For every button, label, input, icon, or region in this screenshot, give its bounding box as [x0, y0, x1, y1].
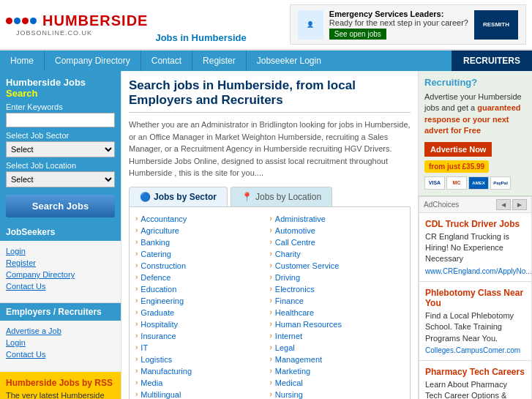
ad-3-text: Learn About Pharmacy Tech Career Options… [425, 379, 525, 399]
ad-2-title[interactable]: Phlebotomy Class Near You [425, 288, 525, 308]
sector-select[interactable]: Select [6, 141, 115, 157]
jobseekers-contact-us[interactable]: Contact Us [6, 280, 115, 292]
list-item[interactable]: ›Medical [270, 377, 405, 389]
list-item[interactable]: ›Healthcare [270, 307, 405, 318]
jobseekers-login[interactable]: Login [6, 245, 115, 257]
ad-1-text: CR England Trucking is Hiring! No Experi… [425, 231, 525, 265]
search-title: Humberside Jobs Search [6, 77, 115, 99]
visa-icon: VISA [424, 176, 445, 190]
list-item[interactable]: ›Automotive [270, 225, 405, 236]
nav-recruiters[interactable]: RECRUITERS [452, 51, 532, 71]
recruiting-title: Recruiting? [424, 77, 526, 88]
nav-company-directory[interactable]: Company Directory [45, 51, 141, 71]
list-item[interactable]: ›Construction [135, 260, 270, 272]
ad-2-link[interactable]: Colleges.CampusComer.com [425, 346, 525, 354]
ad-1-link[interactable]: www.CREngland.com/ApplyNo... [425, 267, 525, 275]
header-ad-btn[interactable]: See open jobs [329, 29, 386, 40]
list-item[interactable]: ›Human Resources [270, 318, 405, 330]
list-item[interactable]: ›Customer Service [270, 260, 405, 272]
left-sidebar: Humberside Jobs Search Enter Keywords Se… [0, 71, 121, 399]
keywords-label: Enter Keywords [6, 102, 115, 111]
list-item[interactable]: ›Engineering [135, 295, 270, 307]
tabs: 🔵 Jobs by Sector 📍 Jobs by Location [129, 187, 411, 206]
list-item[interactable]: ›Finance [270, 295, 405, 307]
list-item[interactable]: ›Accountancy [135, 213, 270, 225]
ad-2-text: Find a Local Phlebotomy School. Take Tra… [425, 310, 525, 344]
list-item[interactable]: ›Education [135, 283, 270, 295]
employers-contact[interactable]: Contact Us [6, 348, 115, 360]
list-item[interactable]: ›IT [135, 342, 270, 354]
employers-login[interactable]: Login [6, 337, 115, 348]
logo-area: HUMBERSIDE JOBSONLINE.CO.UK [6, 12, 148, 37]
nav-contact[interactable]: Contact [141, 51, 192, 71]
header: HUMBERSIDE JOBSONLINE.CO.UK Jobs in Humb… [0, 0, 532, 51]
jobs-col-2: ›Administrative ›Automotive ›Call Centre… [270, 213, 405, 400]
list-item[interactable]: ›Nursing [270, 389, 405, 400]
adchoices-next[interactable]: ► [512, 199, 527, 210]
jobs-container: ›Accountancy ›Agriculture ›Banking ›Cate… [129, 206, 411, 400]
nav-home[interactable]: Home [0, 51, 45, 71]
advertise-now-btn[interactable]: Advertise Now [424, 142, 492, 157]
list-item[interactable]: ›Driving [270, 272, 405, 283]
adchoices-nav: ◄ ► [496, 199, 527, 210]
keywords-input[interactable] [6, 113, 115, 127]
header-ad-person: 👤 [298, 10, 323, 40]
ad-3: Pharmacy Tech Careers Learn About Pharma… [419, 361, 532, 399]
jobseekers-company-directory[interactable]: Company Directory [6, 269, 115, 280]
logo-dots-row [6, 18, 37, 24]
center-content: Search jobs in Humberside, from local Em… [121, 71, 419, 399]
ad-3-title[interactable]: Pharmacy Tech Careers [425, 367, 525, 377]
rss-title: Humberside Jobs by RSS [6, 378, 115, 388]
list-item[interactable]: ›Catering [135, 248, 270, 260]
list-item[interactable]: ›Management [270, 354, 405, 365]
list-item[interactable]: ›Legal [270, 342, 405, 354]
list-item[interactable]: ›Charity [270, 248, 405, 260]
list-item[interactable]: ›Administrative [270, 213, 405, 225]
list-item[interactable]: ›Hospitality [135, 318, 270, 330]
list-item[interactable]: ›Marketing [270, 365, 405, 377]
payment-icons: VISA MC AMEX PayPal [424, 176, 526, 190]
list-item[interactable]: ›Multilingual [135, 389, 270, 400]
header-ad-logo: RESMITH [474, 10, 518, 40]
sector-tab-icon: 🔵 [140, 192, 151, 202]
nav-jobseeker-login[interactable]: Jobseeker Login [247, 51, 331, 71]
rss-text: The very latest Humberside jobs by RSS [6, 391, 115, 399]
nav: Home Company Directory Contact Register … [0, 51, 532, 71]
amex-icon: AMEX [468, 176, 489, 190]
mc-icon: MC [446, 176, 467, 190]
header-ad-subtext: Ready for the next step in your career? [329, 18, 468, 27]
list-item[interactable]: ›Defence [135, 272, 270, 283]
list-item[interactable]: ›Call Centre [270, 236, 405, 248]
recruiting-text: Advertise your Humberside jobs and get a… [424, 92, 526, 137]
list-item[interactable]: ›Agriculture [135, 225, 270, 236]
list-item[interactable]: ›Media [135, 377, 270, 389]
employers-title: Employers / Recruiters [0, 303, 121, 321]
jobseekers-register[interactable]: Register [6, 257, 115, 269]
list-item[interactable]: ›Manufacturing [135, 365, 270, 377]
nav-register[interactable]: Register [192, 51, 247, 71]
search-button[interactable]: Search Jobs [6, 195, 115, 217]
jobs-grid: ›Accountancy ›Agriculture ›Banking ›Cate… [135, 213, 404, 400]
header-ad-copy: Emergency Services Leaders: Ready for th… [329, 10, 468, 40]
location-select[interactable]: Select [6, 171, 115, 187]
list-item[interactable]: ›Electronics [270, 283, 405, 295]
list-item[interactable]: ›Banking [135, 236, 270, 248]
list-item[interactable]: ›Logistics [135, 354, 270, 365]
page-title: Search jobs in Humberside, from local Em… [129, 78, 411, 113]
search-box: Humberside Jobs Search Enter Keywords Se… [0, 71, 121, 223]
adchoices-prev[interactable]: ◄ [496, 199, 511, 210]
list-item[interactable]: ›Insurance [135, 330, 270, 342]
recruiting-box: Recruiting? Advertise your Humberside jo… [419, 71, 532, 196]
list-item[interactable]: ›Internet [270, 330, 405, 342]
sector-label: Select Job Sector [6, 131, 115, 140]
logo-tagline: Jobs in Humberside [155, 32, 246, 45]
list-item[interactable]: ›Graduate [135, 307, 270, 318]
tab-jobs-by-sector[interactable]: 🔵 Jobs by Sector [129, 187, 228, 206]
employers-advertise[interactable]: Advertise a Job [6, 325, 115, 337]
tab-jobs-by-location[interactable]: 📍 Jobs by Location [231, 187, 332, 206]
location-label: Select Job Location [6, 161, 115, 170]
location-tab-icon: 📍 [241, 192, 252, 202]
ad-1-title[interactable]: CDL Truck Driver Jobs [425, 219, 525, 229]
employers-section: Employers / Recruiters Advertise a Job L… [0, 302, 121, 370]
header-ad-headline: Emergency Services Leaders: [329, 10, 444, 18]
